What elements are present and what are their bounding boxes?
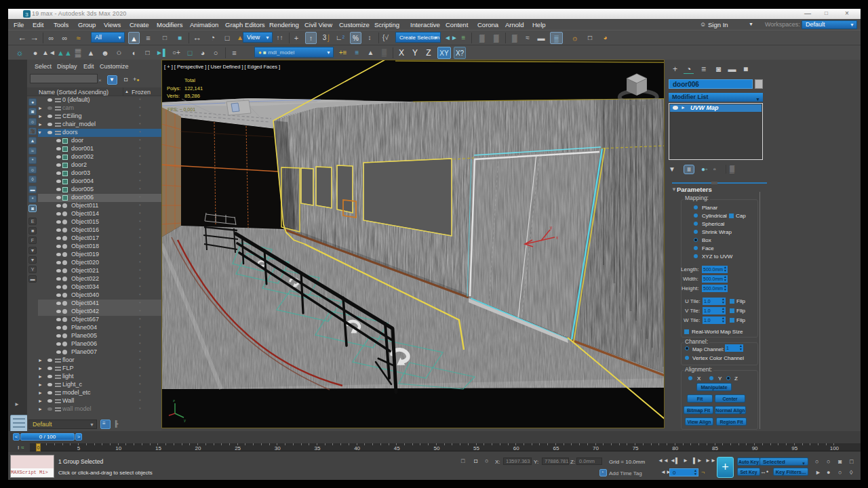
svg-text:Total: Total: [184, 77, 195, 83]
svg-text:z: z: [173, 399, 175, 403]
svg-text:[ + ] [ Perspective ] [ User D: [ + ] [ Perspective ] [ User Defined ] […: [164, 64, 280, 70]
svg-text:122,141: 122,141: [184, 85, 203, 92]
svg-text:3: 3: [25, 12, 28, 18]
svg-text:FPS: ~ 0.001: FPS: ~ 0.001: [167, 107, 195, 112]
svg-text:Polys:: Polys:: [167, 85, 180, 92]
svg-text:y: y: [184, 418, 186, 422]
svg-text:85,286: 85,286: [184, 93, 200, 99]
svg-text:Verts:: Verts:: [167, 93, 180, 99]
